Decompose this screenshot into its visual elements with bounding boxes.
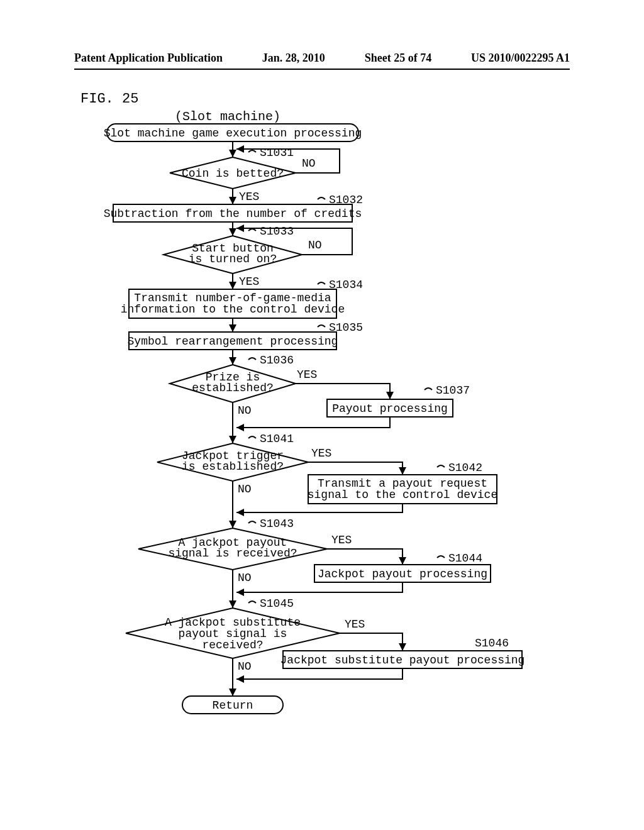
s1042-label: S1042 [448, 462, 482, 474]
flowchart: Slot machine game execution processing C… [75, 123, 579, 758]
return-node: Return [213, 699, 253, 712]
s1031-yes: YES [239, 191, 259, 203]
s1042-text2: signal to the control device [308, 489, 497, 501]
s1033-label: S1033 [260, 225, 294, 238]
s1034-text2: information to the control device [121, 303, 345, 316]
s1035-text: Symbol rearrangement processing [128, 335, 338, 348]
page-header: Patent Application Publication Jan. 28, … [74, 52, 570, 70]
s1035-label: S1035 [329, 321, 363, 334]
s1045-yes: YES [345, 618, 365, 631]
s1034-text1: Transmit number-of-game-media [134, 292, 331, 304]
s1046-text: Jackpot substitute payout processing [280, 654, 525, 667]
s1037-text: Payout processing [332, 402, 448, 415]
s1041-no: NO [238, 483, 252, 495]
header-date: Jan. 28, 2010 [262, 52, 325, 65]
s1041-label: S1041 [260, 433, 294, 445]
header-publication: Patent Application Publication [74, 52, 223, 65]
s1033-yes: YES [239, 275, 259, 288]
s1036-yes: YES [297, 368, 317, 381]
s1036-label: S1036 [260, 354, 294, 367]
s1032-label: S1032 [329, 194, 363, 206]
s1045-label: S1045 [260, 597, 294, 610]
s1041-yes: YES [311, 447, 331, 460]
header-sheet: Sheet 25 of 74 [365, 52, 432, 65]
s1036-no: NO [238, 404, 252, 417]
s1045-text1: A jackpot substitute [165, 616, 301, 629]
s1045-text2: payout signal is [179, 628, 287, 640]
s1036-text2: established? [192, 382, 274, 394]
s1033-text2: is turned on? [189, 253, 277, 265]
s1043-text2: signal is received? [168, 547, 297, 560]
s1034-label: S1034 [329, 279, 363, 291]
s1043-yes: YES [331, 534, 352, 546]
s1031-no: NO [302, 157, 316, 170]
s1032-text: Subtraction from the number of credits [104, 208, 362, 220]
s1037-label: S1037 [436, 384, 470, 397]
context-label: (Slot machine) [175, 109, 280, 124]
start-node: Slot machine game execution processing [104, 127, 362, 140]
s1041-text2: is established? [182, 460, 284, 473]
s1033-no: NO [308, 239, 322, 252]
s1042-text1: Transmit a payout request [318, 477, 487, 490]
s1044-text: Jackpot payout processing [318, 568, 487, 580]
figure-label: FIG. 25 [80, 91, 138, 107]
s1043-label: S1043 [260, 517, 294, 530]
s1045-text3: received? [202, 639, 263, 651]
s1045-no: NO [238, 660, 252, 673]
s1046-label: S1046 [475, 637, 509, 650]
s1031-text: Coin is betted? [182, 167, 284, 180]
s1043-no: NO [238, 572, 252, 584]
s1044-label: S1044 [448, 552, 482, 565]
header-pubno: US 2010/0022295 A1 [471, 52, 570, 65]
